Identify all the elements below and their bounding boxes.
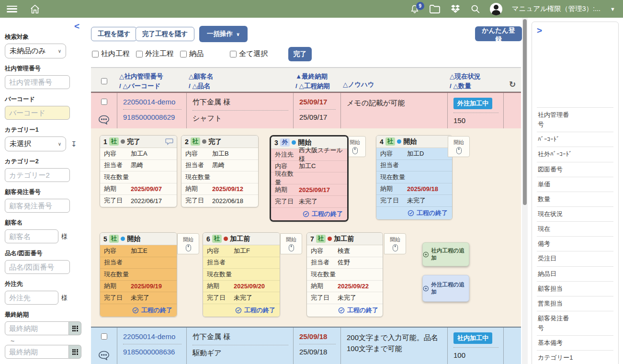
process-card-7[interactable]: 7 社 加工前 内容検査 担当者佐野 現在数量 納期2025/09/22 完了日… bbox=[306, 232, 383, 317]
category1-select[interactable]: 未選択 ∨ bbox=[5, 136, 66, 151]
header-knowhow[interactable]: △ノウハウ bbox=[341, 68, 448, 93]
sort-barcode[interactable]: / △バーコード bbox=[119, 81, 185, 91]
checkbox-external-process[interactable]: 外注工程 bbox=[136, 49, 174, 58]
card-field-label: 担当者 bbox=[311, 258, 338, 267]
delivery-checkbox[interactable] bbox=[180, 51, 187, 57]
barcode-link[interactable]: 9185000008629 bbox=[123, 113, 181, 121]
end-process-link[interactable]: 工程の終了 bbox=[271, 208, 347, 220]
card-field-value: 未完了 bbox=[338, 294, 356, 302]
internal-process-checkbox[interactable] bbox=[92, 51, 99, 57]
internal-id-input[interactable] bbox=[5, 75, 70, 89]
memo-bubble-icon[interactable] bbox=[165, 138, 173, 145]
sort-status[interactable]: △現在状況 bbox=[450, 72, 502, 81]
customer-name-input[interactable] bbox=[5, 229, 58, 243]
add-external-process-button[interactable]: 外注工程の追加 bbox=[422, 275, 469, 302]
end-process-link[interactable]: 工程の終了 bbox=[307, 304, 383, 317]
search-icon[interactable] bbox=[470, 4, 480, 14]
end-process-link[interactable]: 工程の終了 bbox=[203, 304, 280, 317]
customer-order-no-input[interactable] bbox=[5, 199, 70, 213]
external-process-checkbox[interactable] bbox=[136, 51, 143, 57]
bulk-action-label: 一括操作 bbox=[207, 30, 233, 38]
internal-id-link[interactable]: 22050014-demo bbox=[123, 98, 181, 110]
row-checkbox[interactable] bbox=[101, 99, 107, 105]
process-card-4[interactable]: 4 社 開始 内容加工D 担当者 現在数量 納期2025/09/18 完了日未完… bbox=[376, 135, 453, 220]
category2-input[interactable] bbox=[5, 168, 70, 182]
card-field-value: 未完了 bbox=[407, 196, 426, 205]
final-due-to-input[interactable] bbox=[5, 345, 69, 359]
dropbox-icon[interactable] bbox=[450, 4, 461, 14]
process-type-badge: 外 bbox=[280, 138, 290, 147]
easy-register-button[interactable]: かんたん登録 bbox=[475, 26, 522, 41]
refresh-icon[interactable]: ↻ bbox=[504, 68, 521, 93]
collapse-sidebar-icon[interactable]: < bbox=[74, 22, 79, 31]
process-card-3-selected[interactable]: 3 外 開始 外注先西大阪スチール様 内容加工C 現在数量 納期2025/09/… bbox=[270, 135, 349, 222]
notification-bell-icon[interactable]: 9 bbox=[410, 4, 419, 14]
sort-process-due[interactable]: / △工程納期 bbox=[295, 81, 339, 91]
user-avatar[interactable] bbox=[490, 3, 502, 15]
complete-button[interactable]: 完了 bbox=[288, 47, 312, 61]
checkbox-select-all[interactable]: 全て選択 bbox=[230, 49, 268, 58]
checkbox-delivery[interactable]: 納品 bbox=[180, 49, 204, 58]
checkbox-internal-process[interactable]: 社内工程 bbox=[92, 49, 130, 58]
final-due-from-input[interactable] bbox=[5, 321, 69, 335]
select-all-checkbox[interactable] bbox=[230, 51, 237, 57]
folder-icon[interactable] bbox=[429, 4, 441, 14]
add-internal-process-button[interactable]: 社内工程の追加 bbox=[422, 242, 469, 266]
vertical-scrollbar[interactable] bbox=[522, 18, 528, 364]
header-status[interactable]: △現在状況 / △数量 bbox=[448, 68, 504, 93]
header-internal-id[interactable]: △社内管理番号 / △バーコード bbox=[117, 68, 187, 93]
sort-quantity[interactable]: / △数量 bbox=[450, 81, 502, 91]
sort-product[interactable]: / △品名 bbox=[189, 81, 292, 91]
drag-start-tab[interactable]: 開始 bbox=[177, 233, 199, 254]
process-card-6[interactable]: 6 社 加工前 内容加工F 担当者 現在数量 納期2025/09/20 完了日未… bbox=[203, 232, 280, 317]
header-customer[interactable]: △顧客名 / △品名 bbox=[187, 68, 294, 93]
product-name-input[interactable] bbox=[5, 260, 70, 274]
table-row[interactable]: 22050014-demo 9185000008636 竹下金属 様 駆動ギア … bbox=[91, 327, 521, 364]
card-field-value: 未完了 bbox=[131, 294, 149, 302]
category1-value: 未選択 bbox=[10, 139, 31, 148]
table-row[interactable]: 22050014-demo 9185000008629 竹下金属 様 シャフト … bbox=[91, 92, 521, 128]
drag-start-tab[interactable]: 開始 bbox=[384, 233, 406, 254]
header-due[interactable]: ▲最終納期 / △工程納期 bbox=[294, 68, 341, 93]
home-icon[interactable] bbox=[30, 4, 40, 14]
user-menu-label[interactable]: マニュアル権限（管理3）:... bbox=[512, 4, 600, 13]
filter-download-icon[interactable]: ↧ bbox=[71, 140, 77, 148]
hide-process-button[interactable]: 工程を隠す bbox=[91, 27, 137, 41]
user-menu-caret-icon[interactable]: ▼ bbox=[610, 6, 615, 12]
header-select-checkbox[interactable] bbox=[101, 78, 107, 84]
end-process-link[interactable]: 工程の終了 bbox=[100, 304, 177, 317]
hamburger-menu-icon[interactable] bbox=[7, 6, 17, 12]
bulk-action-button[interactable]: 一括操作 ∨ bbox=[199, 26, 248, 42]
supplier-input[interactable] bbox=[5, 291, 58, 305]
comment-bubble-icon[interactable] bbox=[98, 115, 110, 125]
sort-final-due[interactable]: ▲最終納期 bbox=[295, 72, 339, 81]
hide-completed-process-button[interactable]: 完了工程を隠す bbox=[136, 27, 194, 41]
process-card-1[interactable]: 1 社 完了 内容加工A 担当者黒崎 現在数量 納期2025/09/07 完了日… bbox=[100, 135, 177, 207]
comment-bubble-icon[interactable] bbox=[98, 351, 110, 360]
calendar-icon[interactable] bbox=[69, 345, 81, 359]
sort-customer[interactable]: △顧客名 bbox=[189, 72, 292, 81]
process-card-5[interactable]: 5 社 開始 内容加工E 担当者 現在数量 納期2025/09/19 完了日未完… bbox=[100, 232, 177, 317]
drag-start-tab[interactable]: 開始 bbox=[280, 233, 302, 254]
calendar-icon[interactable] bbox=[69, 321, 81, 335]
filter-checkbox-row: 社内工程 外注工程 納品 全て選択 bbox=[92, 49, 274, 58]
end-process-link[interactable]: 工程の終了 bbox=[376, 207, 452, 219]
sort-internal-id[interactable]: △社内管理番号 bbox=[119, 72, 185, 81]
status-badge: 社内加工中 bbox=[453, 332, 492, 344]
quantity-value: 150 bbox=[453, 116, 498, 125]
final-due-label: 最終納期 bbox=[5, 311, 80, 319]
card-field-label: 完了日 bbox=[275, 197, 299, 206]
drag-start-tab[interactable]: 開始 bbox=[448, 136, 470, 157]
start-tab-label: 開始 bbox=[286, 236, 296, 243]
scrollbar-thumb[interactable] bbox=[523, 19, 527, 205]
row-checkbox[interactable] bbox=[101, 333, 107, 340]
sort-knowhow[interactable]: △ノウハウ bbox=[343, 80, 446, 90]
expand-sidebar-icon[interactable]: > bbox=[537, 25, 542, 35]
card-field-label: 現在数量 bbox=[311, 270, 338, 279]
barcode-input[interactable] bbox=[5, 106, 70, 120]
process-card-2[interactable]: 2 社 完了 内容加工B 担当者黒崎 現在数量 納期2025/09/12 完了日… bbox=[181, 135, 259, 207]
barcode-link[interactable]: 9185000008636 bbox=[123, 348, 181, 356]
search-target-select[interactable]: 未納品のみ ∨ bbox=[5, 44, 66, 58]
internal-id-label: 社内管理番号 bbox=[5, 65, 80, 73]
internal-id-link[interactable]: 22050014-demo bbox=[123, 332, 181, 344]
